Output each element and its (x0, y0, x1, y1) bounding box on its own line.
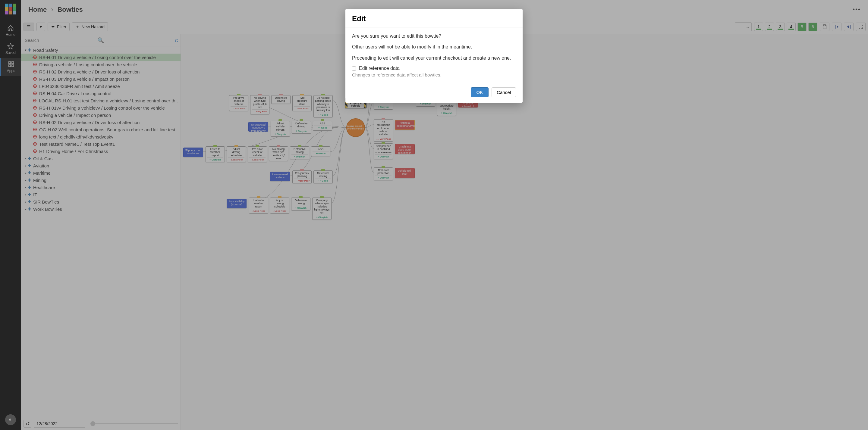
edit-reference-checkbox[interactable] (352, 67, 356, 70)
ok-button[interactable]: OK (471, 87, 489, 97)
checkbox-text: Edit reference data (359, 66, 400, 71)
modal-hint: Changes to reference data affect all bow… (352, 72, 516, 78)
edit-modal: Edit Are you sure you want to edit this … (345, 9, 523, 103)
edit-reference-checkbox-label[interactable]: Edit reference data (352, 66, 516, 71)
modal-text-2: Other users will not be able to modify i… (352, 44, 516, 50)
modal-text-1: Are you sure you want to edit this bowti… (352, 33, 516, 39)
modal-text-3: Proceeding to edit will cancel your curr… (352, 55, 516, 61)
cancel-button[interactable]: Cancel (492, 87, 516, 97)
modal-title: Edit (345, 9, 523, 27)
modal-overlay[interactable]: Edit Are you sure you want to edit this … (0, 0, 868, 430)
